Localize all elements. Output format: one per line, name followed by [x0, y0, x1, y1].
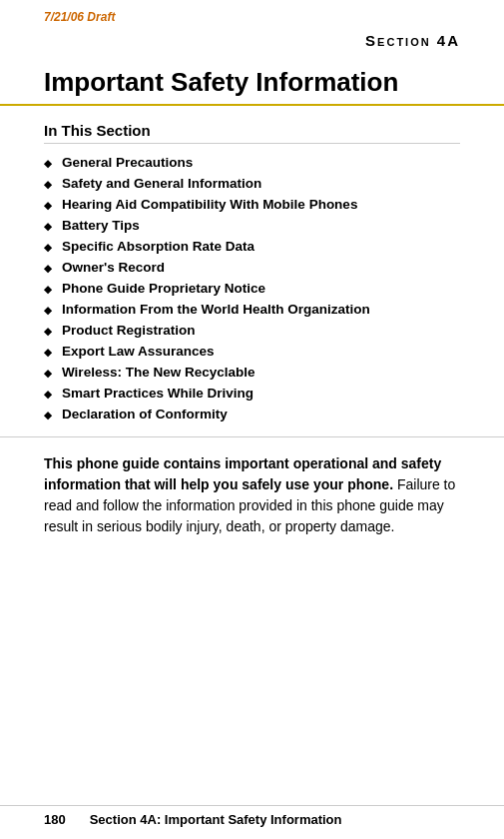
toc-item-label: Export Law Assurances: [62, 344, 215, 359]
toc-bullet: ◆: [44, 242, 52, 253]
toc-item-safety-general-info: ◆Safety and General Information: [44, 173, 460, 194]
in-this-section: In This Section ◆General Precautions◆Saf…: [0, 106, 504, 428]
toc-item-product-registration: ◆Product Registration: [44, 320, 460, 341]
toc-bullet: ◆: [44, 410, 52, 420]
page-number: 180: [44, 812, 66, 827]
footer-section-label: Section 4A: Important Safety Information: [90, 812, 342, 827]
toc-bullet: ◆: [44, 368, 52, 379]
section-divider: [44, 143, 460, 144]
draft-header: 7/21/06 Draft: [0, 0, 504, 28]
toc-item-label: Smart Practices While Driving: [62, 386, 253, 401]
toc-item-label: Information From the World Health Organi…: [62, 302, 370, 317]
description-section: This phone guide contains important oper…: [0, 436, 504, 553]
toc-bullet: ◆: [44, 347, 52, 358]
toc-item-label: Safety and General Information: [62, 176, 261, 191]
toc-item-label: Phone Guide Proprietary Notice: [62, 281, 265, 296]
toc-item-declaration-conformity: ◆Declaration of Conformity: [44, 404, 460, 424]
toc-item-hearing-aid: ◆Hearing Aid Compatibility With Mobile P…: [44, 194, 460, 215]
toc-item-who-info: ◆Information From the World Health Organ…: [44, 299, 460, 320]
toc-item-sar-data: ◆Specific Absorption Rate Data: [44, 236, 460, 257]
toc-bullet: ◆: [44, 179, 52, 190]
in-this-section-label: In This Section: [44, 122, 460, 139]
toc-bullet: ◆: [44, 200, 52, 211]
toc-item-label: Specific Absorption Rate Data: [62, 239, 254, 254]
toc-item-label: Owner's Record: [62, 260, 165, 275]
toc-item-label: Declaration of Conformity: [62, 407, 228, 421]
toc-item-wireless-recyclable: ◆Wireless: The New Recyclable: [44, 362, 460, 383]
toc-item-owners-record: ◆Owner's Record: [44, 257, 460, 278]
toc-item-battery-tips: ◆Battery Tips: [44, 215, 460, 236]
toc-item-label: Battery Tips: [62, 218, 140, 233]
toc-item-smart-practices: ◆Smart Practices While Driving: [44, 383, 460, 404]
toc-item-label: General Precautions: [62, 155, 193, 170]
page-container: 7/21/06 Draft Section 4A Important Safet…: [0, 0, 504, 839]
draft-label: 7/21/06 Draft: [44, 10, 115, 24]
toc-bullet: ◆: [44, 305, 52, 316]
description-bold: This phone guide contains important oper…: [44, 455, 441, 492]
section-title: Section 4A: [0, 28, 504, 57]
toc-bullet: ◆: [44, 158, 52, 169]
toc-item-general-precautions: ◆General Precautions: [44, 152, 460, 173]
toc-bullet: ◆: [44, 326, 52, 337]
toc-item-label: Product Registration: [62, 323, 196, 338]
toc-item-phone-guide-notice: ◆Phone Guide Proprietary Notice: [44, 278, 460, 299]
main-title: Important Safety Information: [0, 57, 504, 106]
page-footer: 180 Section 4A: Important Safety Informa…: [0, 805, 504, 827]
toc-list: ◆General Precautions◆Safety and General …: [44, 152, 460, 424]
toc-bullet: ◆: [44, 221, 52, 232]
toc-bullet: ◆: [44, 284, 52, 295]
toc-item-export-law: ◆Export Law Assurances: [44, 341, 460, 362]
toc-bullet: ◆: [44, 263, 52, 274]
toc-item-label: Wireless: The New Recyclable: [62, 365, 254, 380]
toc-item-label: Hearing Aid Compatibility With Mobile Ph…: [62, 197, 357, 212]
toc-bullet: ◆: [44, 389, 52, 400]
